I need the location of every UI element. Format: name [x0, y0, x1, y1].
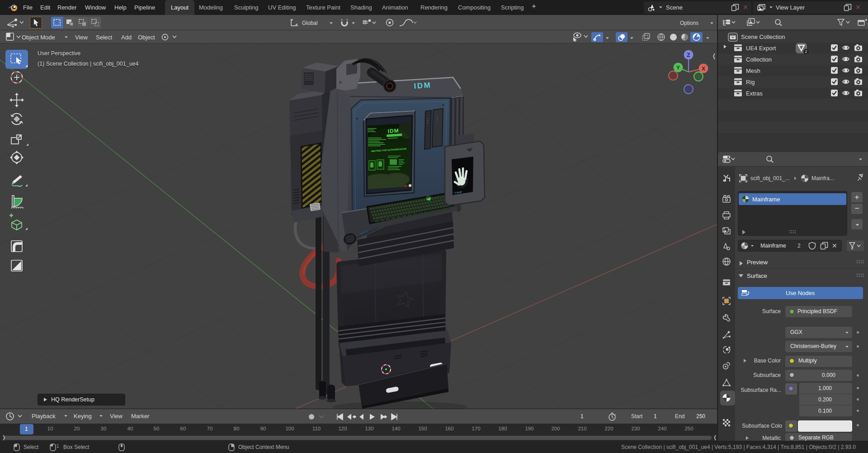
svg-text:IDM: IDM — [387, 127, 399, 134]
svg-text:X: X — [702, 66, 705, 72]
svg-text:Y: Y — [676, 65, 680, 71]
svg-text:IDM: IDM — [414, 81, 432, 91]
svg-text:Z: Z — [687, 52, 690, 58]
